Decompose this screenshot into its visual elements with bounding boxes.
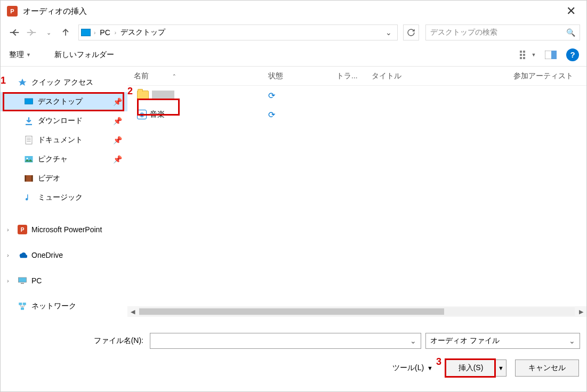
sidebar-powerpoint[interactable]: › P Microsoft PowerPoint (1, 220, 127, 239)
chevron-right-icon[interactable]: › (93, 30, 97, 36)
svg-rect-21 (23, 303, 26, 305)
insert-dropdown-button[interactable]: ▼ (495, 360, 506, 376)
file-name: 音楽 (150, 110, 165, 119)
toolbar: 整理▼ 新しいフォルダー ▼ ? (1, 43, 586, 67)
address-bar[interactable]: › PC › デスクトップ ⌄ (78, 24, 398, 40)
sidebar: 1 クイック アクセス デスクトップ 📌 ダウンロード 📌 ドキュメント 📌 ピ… (1, 67, 127, 317)
bottom-panel: ファイル名(N): ⌄ オーディオ ファイル ⌄ ツール(L)▼ 3 挿入(S)… (1, 317, 586, 383)
sidebar-item-desktop[interactable]: デスクトップ 📌 (1, 92, 127, 111)
main-area: 1 クイック アクセス デスクトップ 📌 ダウンロード 📌 ドキュメント 📌 ピ… (1, 67, 586, 317)
sidebar-item-music[interactable]: ミュージック (1, 188, 127, 207)
chevron-right-icon[interactable]: › (114, 30, 117, 36)
column-name[interactable]: 名前⌃ (127, 71, 262, 81)
svg-rect-3 (523, 54, 525, 56)
scroll-thumb[interactable] (139, 308, 444, 315)
svg-rect-2 (520, 54, 522, 56)
annotation-3: 3 (436, 356, 441, 368)
svg-rect-9 (26, 136, 32, 144)
sidebar-item-videos[interactable]: ビデオ (1, 169, 127, 188)
address-dropdown[interactable]: ⌄ (382, 28, 395, 37)
svg-rect-0 (520, 51, 522, 53)
search-icon[interactable]: 🔍 (566, 28, 575, 37)
sidebar-item-downloads[interactable]: ダウンロード 📌 (1, 111, 127, 130)
sort-arrow-icon: ⌃ (172, 74, 176, 79)
pin-icon: 📌 (113, 136, 122, 144)
column-status[interactable]: 状態 (262, 71, 330, 81)
column-track[interactable]: トラ... (330, 71, 365, 81)
sync-icon: ⟳ (268, 110, 275, 119)
sidebar-network[interactable]: ネットワーク (1, 297, 127, 316)
up-button[interactable] (58, 25, 73, 40)
recent-locations-button[interactable]: ⌄ (41, 25, 56, 40)
sidebar-item-documents[interactable]: ドキュメント 📌 (1, 130, 127, 150)
desktop-crumb-icon (81, 29, 91, 36)
forward-button[interactable] (24, 25, 39, 40)
powerpoint-icon: P (18, 225, 27, 234)
insert-button[interactable]: 挿入(S) (446, 360, 495, 376)
crumb-pc[interactable]: PC (97, 28, 113, 37)
organize-button[interactable]: 整理▼ (8, 48, 32, 62)
audio-file-icon: ◉ (137, 110, 147, 119)
scroll-left-button[interactable]: ◀ (127, 308, 138, 315)
svg-rect-5 (523, 57, 525, 59)
view-options-button[interactable]: ▼ (517, 51, 538, 59)
horizontal-scrollbar[interactable]: ◀ ▶ (127, 306, 586, 317)
svg-rect-8 (25, 99, 33, 104)
column-headers: 名前⌃ 状態 トラ... タイトル 参加アーティスト (127, 67, 586, 86)
svg-point-14 (27, 158, 28, 159)
annotation-2: 2 (127, 86, 133, 97)
scroll-track[interactable] (139, 307, 575, 316)
help-button[interactable]: ? (566, 48, 579, 61)
file-row-folder[interactable]: ⟳ (127, 86, 586, 105)
pin-icon: 📌 (113, 117, 122, 125)
insert-split-button: 挿入(S) ▼ (446, 360, 506, 377)
pin-icon: 📌 (113, 97, 122, 106)
svg-rect-4 (520, 57, 522, 59)
search-placeholder: デスクトップの検索 (430, 28, 566, 37)
column-artist[interactable]: 参加アーティスト (507, 71, 586, 81)
sync-icon: ⟳ (268, 91, 275, 100)
folder-icon (137, 91, 149, 100)
filename-dropdown[interactable]: ⌄ (406, 337, 421, 345)
svg-rect-17 (31, 175, 33, 182)
cancel-button[interactable]: キャンセル (515, 360, 579, 377)
title-bar: P オーディオの挿入 ✕ (1, 1, 586, 22)
sidebar-pc[interactable]: › PC (1, 271, 127, 290)
svg-rect-19 (21, 283, 24, 284)
sidebar-onedrive[interactable]: › OneDrive (1, 246, 127, 265)
new-folder-button[interactable]: 新しいフォルダー (53, 48, 115, 62)
file-list-area: 名前⌃ 状態 トラ... タイトル 参加アーティスト 2 ⟳ ◉ 音楽 ⟳ ◀ … (127, 67, 586, 317)
sidebar-quick-access[interactable]: クイック アクセス (1, 73, 127, 92)
crumb-desktop[interactable]: デスクトップ (117, 28, 168, 37)
search-input[interactable]: デスクトップの検索 🔍 (425, 24, 580, 40)
svg-rect-22 (21, 307, 24, 310)
scroll-right-button[interactable]: ▶ (576, 308, 586, 315)
pin-icon: 📌 (113, 155, 122, 164)
svg-rect-18 (19, 277, 27, 282)
svg-rect-1 (523, 51, 525, 53)
file-name-redacted (152, 91, 174, 100)
filename-label: ファイル名(N): (7, 336, 146, 346)
svg-rect-20 (19, 303, 22, 305)
filetype-select[interactable]: オーディオ ファイル ⌄ (425, 333, 580, 349)
filename-input[interactable]: ⌄ (150, 333, 421, 349)
svg-rect-16 (25, 175, 26, 182)
svg-rect-7 (551, 51, 557, 59)
nav-bar: ⌄ › PC › デスクトップ ⌄ デスクトップの検索 🔍 (1, 22, 586, 43)
tools-button[interactable]: ツール(L)▼ (392, 363, 433, 373)
file-row-audio[interactable]: ◉ 音楽 ⟳ (127, 105, 586, 124)
powerpoint-icon: P (7, 6, 18, 17)
refresh-button[interactable] (403, 24, 419, 40)
chevron-down-icon: ⌄ (569, 337, 575, 345)
back-button[interactable] (7, 25, 22, 40)
close-button[interactable]: ✕ (562, 4, 580, 18)
preview-pane-button[interactable] (543, 51, 559, 59)
window-title: オーディオの挿入 (23, 6, 562, 17)
sidebar-item-pictures[interactable]: ピクチャ 📌 (1, 150, 127, 169)
column-title[interactable]: タイトル (365, 71, 507, 81)
